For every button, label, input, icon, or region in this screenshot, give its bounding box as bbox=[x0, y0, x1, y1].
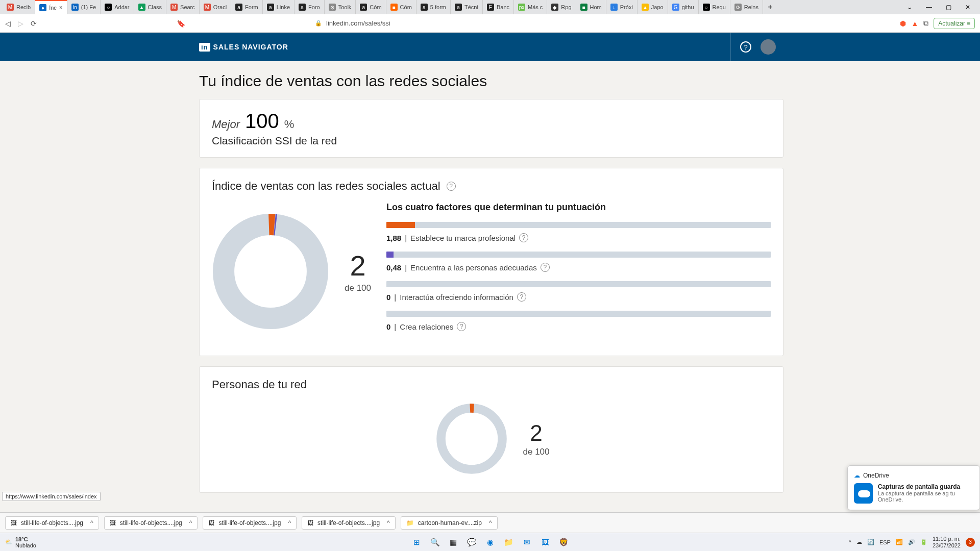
browser-tab[interactable]: ●Ínc× bbox=[35, 0, 67, 14]
browser-tab[interactable]: ■Hom bbox=[576, 0, 606, 14]
help-icon[interactable]: ? bbox=[541, 263, 550, 272]
update-button[interactable]: Actualizar ≡ bbox=[934, 18, 975, 29]
chevron-up-icon[interactable]: ^ bbox=[489, 519, 492, 527]
download-item[interactable]: 🖼still-life-of-objects....jpg^ bbox=[5, 516, 99, 530]
url-field[interactable]: 🔒 linkedin.com/sales/ssi bbox=[315, 19, 893, 27]
browser-tab[interactable]: aTécni bbox=[451, 0, 483, 14]
browser-tab[interactable]: aForo bbox=[295, 0, 325, 14]
chevron-up-icon[interactable]: ^ bbox=[387, 519, 390, 527]
browser-tab[interactable]: ⟳Reins bbox=[730, 0, 763, 14]
brave-shield-icon[interactable]: ⬢ bbox=[900, 19, 906, 28]
browser-tab[interactable]: Ggithu bbox=[668, 0, 699, 14]
battery-icon[interactable]: 🔋 bbox=[920, 539, 927, 545]
taskbar: ⛅ 18°C Nublado ⊞ 🔍 ▦ 💬 ◉ 📁 ✉ 🖼 🦁 ^ ☁ 🔄 E… bbox=[0, 533, 980, 551]
onedrive-toast[interactable]: ☁ OneDrive Capturas de pantalla guarda L… bbox=[847, 465, 980, 510]
browser-tab[interactable]: a5 form bbox=[416, 0, 451, 14]
chat-icon[interactable]: 💬 bbox=[465, 536, 478, 549]
chevron-up-icon[interactable]: ^ bbox=[849, 539, 851, 545]
close-icon[interactable]: × bbox=[59, 4, 63, 11]
favicon-icon: a bbox=[299, 4, 306, 11]
sync-tray-icon[interactable]: 🔄 bbox=[867, 539, 874, 545]
download-item[interactable]: 🖼still-life-of-objects....jpg^ bbox=[302, 516, 396, 530]
favicon-icon: ■ bbox=[580, 4, 587, 11]
forward-button[interactable]: ▷ bbox=[18, 19, 23, 28]
minimize-icon[interactable]: — bbox=[921, 4, 937, 11]
tab-label: Recib bbox=[16, 4, 31, 10]
reload-button[interactable]: ⟳ bbox=[31, 19, 37, 28]
back-button[interactable]: ◁ bbox=[5, 19, 11, 28]
photos-icon[interactable]: 🖼 bbox=[538, 536, 552, 549]
favicon-icon: M bbox=[7, 4, 14, 11]
favicon-icon: ○ bbox=[703, 4, 710, 11]
browser-tab[interactable]: ↓Próxi bbox=[606, 0, 638, 14]
browser-tab[interactable]: ○Requ bbox=[699, 0, 730, 14]
browser-tab[interactable]: MOracl bbox=[200, 0, 231, 14]
browser-tab[interactable]: ⊗Toolk bbox=[325, 0, 356, 14]
chevron-up-icon[interactable]: ^ bbox=[288, 519, 291, 527]
download-item[interactable]: 📁cartoon-human-ev....zip^ bbox=[401, 516, 498, 530]
browser-tab[interactable]: aCóm bbox=[356, 0, 386, 14]
volume-icon[interactable]: 🔊 bbox=[908, 539, 915, 545]
help-icon[interactable]: ? bbox=[740, 41, 751, 53]
clock[interactable]: 11:10 p. m. 23/07/2022 bbox=[933, 536, 961, 548]
browser-tab[interactable]: ■Cóm bbox=[386, 0, 416, 14]
mail-icon[interactable]: ✉ bbox=[520, 536, 533, 549]
maximize-icon[interactable]: ▢ bbox=[940, 4, 957, 11]
browser-tab-strip: MRecib●Ínc×in(1) Fe○Addar▲ClassMSearcMOr… bbox=[0, 0, 980, 14]
factor-row: 0 | Crea relaciones ? bbox=[386, 311, 771, 331]
explorer-icon[interactable]: 📁 bbox=[502, 536, 515, 549]
browser-tab[interactable]: aLinke bbox=[263, 0, 295, 14]
factor-row: 1,88 | Establece tu marca profesional ? bbox=[386, 222, 771, 242]
download-item[interactable]: 🖼still-life-of-objects....jpg^ bbox=[104, 516, 198, 530]
browser-tab[interactable]: ▲Class bbox=[134, 0, 167, 14]
weather-widget[interactable]: ⛅ 18°C Nublado bbox=[5, 536, 36, 548]
network-heading: Personas de tu red bbox=[212, 378, 771, 391]
status-link: https://www.linkedin.com/sales/index bbox=[2, 492, 101, 501]
rank-label: Mejor bbox=[212, 118, 240, 131]
factor-row: 0 | Interactúa ofreciendo información ? bbox=[386, 281, 771, 302]
url-text: linkedin.com/sales/ssi bbox=[326, 19, 390, 27]
tab-label: Toolk bbox=[338, 4, 352, 10]
file-icon: 🖼 bbox=[11, 519, 17, 527]
tab-label: Addar bbox=[114, 4, 129, 10]
dropdown-icon[interactable]: ⌄ bbox=[901, 4, 918, 11]
wifi-icon[interactable]: 📶 bbox=[896, 539, 903, 545]
notification-badge[interactable]: 3 bbox=[966, 538, 975, 547]
help-icon[interactable]: ? bbox=[519, 233, 528, 242]
browser-tab[interactable]: MSearc bbox=[166, 0, 200, 14]
taskview-icon[interactable]: ▦ bbox=[447, 536, 460, 549]
browser-tab[interactable]: ▲Japo bbox=[638, 0, 668, 14]
browser-tab[interactable]: ○Addar bbox=[101, 0, 134, 14]
start-icon[interactable]: ⊞ bbox=[410, 536, 423, 549]
browser-tab[interactable]: FBanc bbox=[483, 0, 514, 14]
avatar[interactable] bbox=[761, 39, 776, 55]
ssi-score: 2 bbox=[345, 249, 371, 282]
close-window-icon[interactable]: ✕ bbox=[960, 4, 976, 11]
bookmark-icon[interactable]: 🔖 bbox=[177, 19, 185, 28]
lang-indicator[interactable]: ESP bbox=[879, 539, 891, 545]
brave-icon[interactable]: 🦁 bbox=[557, 536, 570, 549]
favicon-icon: ○ bbox=[105, 4, 112, 11]
tab-label: Técni bbox=[464, 4, 478, 10]
download-item[interactable]: 🖼still-life-of-objects....jpg^ bbox=[203, 516, 297, 530]
favicon-icon: ▲ bbox=[138, 4, 145, 11]
favicon-icon: G bbox=[672, 4, 679, 11]
browser-tab[interactable]: ◆Rpg bbox=[547, 0, 576, 14]
browser-tab[interactable]: aForm bbox=[231, 0, 263, 14]
new-tab-button[interactable]: + bbox=[763, 0, 777, 14]
reader-icon[interactable]: ⧉ bbox=[923, 19, 928, 28]
edge-icon[interactable]: ◉ bbox=[483, 536, 497, 549]
help-icon[interactable]: ? bbox=[457, 322, 466, 331]
chevron-up-icon[interactable]: ^ bbox=[189, 519, 192, 527]
brave-triangle-icon[interactable]: ▲ bbox=[911, 19, 918, 28]
system-tray[interactable]: ^ ☁ 🔄 ESP 📶 🔊 🔋 11:10 p. m. 23/07/2022 3 bbox=[849, 536, 975, 548]
browser-tab[interactable]: pxMás c bbox=[514, 0, 547, 14]
search-icon[interactable]: 🔍 bbox=[428, 536, 442, 549]
help-icon[interactable]: ? bbox=[517, 292, 526, 302]
chevron-up-icon[interactable]: ^ bbox=[90, 519, 93, 527]
onedrive-tray-icon[interactable]: ☁ bbox=[856, 539, 862, 545]
sales-navigator-logo[interactable]: in SALES NAVIGATOR bbox=[199, 43, 288, 52]
browser-tab[interactable]: MRecib bbox=[3, 0, 35, 14]
help-icon[interactable]: ? bbox=[447, 182, 456, 191]
browser-tab[interactable]: in(1) Fe bbox=[67, 0, 101, 14]
